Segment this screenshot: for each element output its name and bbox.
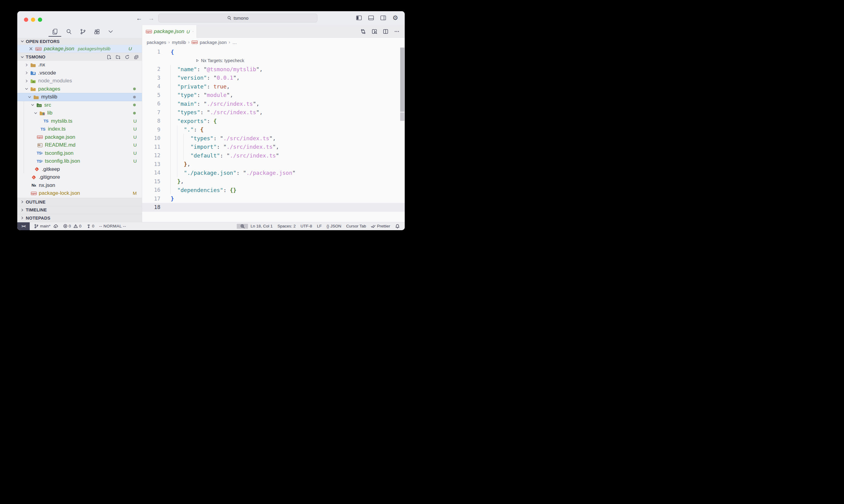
publish-cloud-icon — [53, 224, 58, 229]
language-mode-item[interactable]: {} JSON — [324, 224, 344, 228]
eol-item[interactable]: LF — [315, 224, 324, 228]
chevron-right-icon[interactable] — [24, 71, 29, 75]
maximize-window-button[interactable] — [38, 18, 42, 22]
formatter-item[interactable]: Prettier — [368, 224, 393, 229]
breadcrumb-packages[interactable]: packages — [147, 40, 166, 45]
collapse-all-icon[interactable] — [134, 55, 139, 60]
tree-item-node-modules[interactable]: JSnode_modules — [17, 77, 142, 85]
code-line-12[interactable]: 12 "default": "./src/index.ts" — [142, 151, 405, 160]
code-line-13[interactable]: 13 }, — [142, 160, 405, 169]
indentation-item[interactable]: Spaces: 2 — [275, 224, 298, 228]
command-center-search[interactable]: tsmono — [158, 14, 317, 22]
breadcrumb-symbol[interactable]: … — [232, 40, 237, 45]
code-line-5[interactable]: 5 "type": "module", — [142, 91, 405, 100]
activity-search-button[interactable] — [65, 27, 72, 36]
outline-section-header[interactable]: OUTLINE — [17, 198, 142, 206]
code-line-10[interactable]: 10 "types": "./src/index.ts", — [142, 134, 405, 143]
code-line-6[interactable]: 6 "main": "./src/index.ts", — [142, 100, 405, 108]
code-line-11[interactable]: 11 "import": "./src/index.ts", — [142, 143, 405, 151]
close-icon[interactable] — [29, 47, 33, 51]
split-editor-icon[interactable] — [383, 29, 389, 35]
close-tab-icon[interactable] — [192, 30, 193, 34]
tree-item--vscode[interactable]: .vscode — [17, 69, 142, 77]
code-line-4[interactable]: 4 "private": true, — [142, 82, 405, 91]
cursor-position-item[interactable]: Ln 18, Col 1 — [248, 224, 275, 228]
tree-item-tsconfig-lib-json[interactable]: TS❉tsconfig.lib.jsonU — [17, 157, 142, 165]
chevron-right-icon[interactable] — [24, 63, 29, 67]
tree-item--gitignore[interactable]: .gitignore — [17, 173, 142, 181]
close-window-button[interactable] — [24, 18, 28, 22]
formatter-label: Prettier — [377, 224, 390, 228]
breadcrumb-file[interactable]: package.json — [200, 40, 226, 45]
code-line-3[interactable]: 3 "version": "0.0.1", — [142, 74, 405, 83]
chevron-down-icon[interactable] — [24, 87, 29, 91]
tree-item-package-json[interactable]: npmpackage.jsonU — [17, 133, 142, 141]
tree-item-package-lock-json[interactable]: npmpackage-lock.jsonM — [17, 189, 142, 197]
tree-item-mytslib[interactable]: mytslib — [17, 93, 142, 101]
tree-item--nx[interactable]: .nx — [17, 61, 142, 69]
new-file-icon[interactable] — [106, 55, 111, 60]
code-line-8[interactable]: 8 "exports": { — [142, 116, 405, 125]
codelens-nx-targets[interactable]: Nx Targets: typecheck — [195, 58, 244, 63]
zoom-indicator[interactable] — [237, 224, 248, 229]
tree-item-mytslib-ts[interactable]: TSmytslib.tsU — [17, 117, 142, 125]
chevron-down-icon[interactable] — [31, 103, 35, 107]
code-line-15[interactable]: 15 }, — [142, 177, 405, 186]
open-editors-header[interactable]: OPEN EDITORS — [17, 38, 142, 45]
problems-status-item[interactable]: 0 0 — [61, 224, 84, 228]
chevron-down-icon[interactable] — [34, 111, 38, 115]
notepads-section-header[interactable]: NOTEPADS — [17, 214, 142, 222]
vim-mode-status-item[interactable]: -- NORMAL -- — [97, 224, 128, 228]
settings-button[interactable]: ⚙ — [391, 14, 399, 22]
code-line-2[interactable]: 2 "name": "@tsmono/mytslib", — [142, 65, 405, 74]
tree-item-src[interactable]: </>src — [17, 101, 142, 109]
navigate-forward-button[interactable]: → — [148, 15, 154, 21]
open-editor-item[interactable]: npm package.json packages/mytslib U — [17, 45, 142, 53]
encoding-item[interactable]: UTF-8 — [298, 224, 314, 228]
compare-changes-icon[interactable] — [360, 29, 366, 35]
minimize-window-button[interactable] — [31, 18, 35, 22]
tree-item-packages[interactable]: packages — [17, 85, 142, 93]
breadcrumb-mytslib[interactable]: mytslib — [172, 40, 186, 45]
branch-status-item[interactable]: main* — [32, 224, 61, 229]
open-preview-icon[interactable] — [372, 29, 377, 35]
activity-more-views-button[interactable] — [107, 27, 114, 36]
tree-item-nx-json[interactable]: Nxnx.json — [17, 181, 142, 190]
code-line-1[interactable]: 1{ — [142, 48, 405, 56]
activity-extensions-button[interactable] — [93, 27, 100, 36]
toggle-panel-button[interactable] — [367, 14, 375, 22]
editor-scrollbar[interactable] — [400, 48, 404, 112]
tree-item-label: src — [44, 102, 51, 108]
notifications-item[interactable] — [393, 224, 402, 229]
more-actions-icon[interactable] — [394, 29, 400, 35]
tree-item--gitkeep[interactable]: .gitkeep — [17, 165, 142, 174]
code-line-14[interactable]: 14 "./package.json": "./package.json" — [142, 168, 405, 177]
toggle-secondary-sidebar-button[interactable] — [379, 14, 387, 22]
toggle-primary-sidebar-button[interactable] — [355, 14, 363, 22]
code-line-9[interactable]: 9 ".": { — [142, 125, 405, 134]
code-editor[interactable]: 1{Nx Targets: typecheck2 "name": "@tsmon… — [142, 46, 405, 222]
chevron-down-icon[interactable] — [28, 95, 32, 99]
chevron-right-icon[interactable] — [24, 79, 29, 83]
activity-explorer-button[interactable] — [51, 27, 58, 36]
tab-package-json[interactable]: npm package.json U — [142, 25, 197, 38]
line-number: 18 — [142, 204, 160, 210]
tree-item-tsconfig-json[interactable]: TS❉tsconfig.jsonU — [17, 149, 142, 158]
cursor-tab-item[interactable]: Cursor Tab — [344, 224, 369, 228]
remote-indicator[interactable]: >< — [17, 222, 30, 231]
explorer-section-header[interactable]: TSMONO — [17, 53, 142, 61]
run-icon — [195, 59, 199, 62]
activity-source-control-button[interactable] — [79, 27, 86, 36]
code-line-18[interactable]: 18 — [142, 203, 405, 212]
code-line-7[interactable]: 7 "types": "./src/index.ts", — [142, 108, 405, 117]
refresh-icon[interactable] — [125, 55, 130, 60]
tree-item-index-ts[interactable]: TSindex.tsU — [17, 125, 142, 133]
tree-item-readme-md[interactable]: M↓README.mdU — [17, 141, 142, 149]
new-folder-icon[interactable] — [116, 55, 121, 60]
ports-status-item[interactable]: 0 — [84, 224, 97, 228]
code-line-17[interactable]: 17} — [142, 195, 405, 203]
tree-item-lib[interactable]: lib — [17, 109, 142, 117]
code-line-16[interactable]: 16 "dependencies": {} — [142, 186, 405, 195]
timeline-section-header[interactable]: TIMELINE — [17, 206, 142, 214]
navigate-back-button[interactable]: ← — [136, 15, 142, 21]
